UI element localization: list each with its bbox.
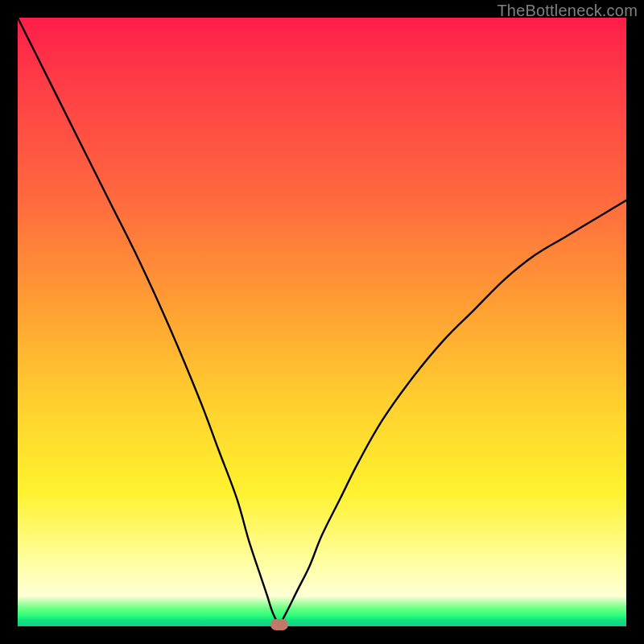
bottleneck-curve bbox=[18, 18, 626, 623]
plot-area bbox=[18, 18, 626, 626]
optimum-marker bbox=[270, 619, 288, 630]
chart-frame: TheBottleneck.com bbox=[0, 0, 644, 644]
curve-svg bbox=[18, 18, 626, 626]
